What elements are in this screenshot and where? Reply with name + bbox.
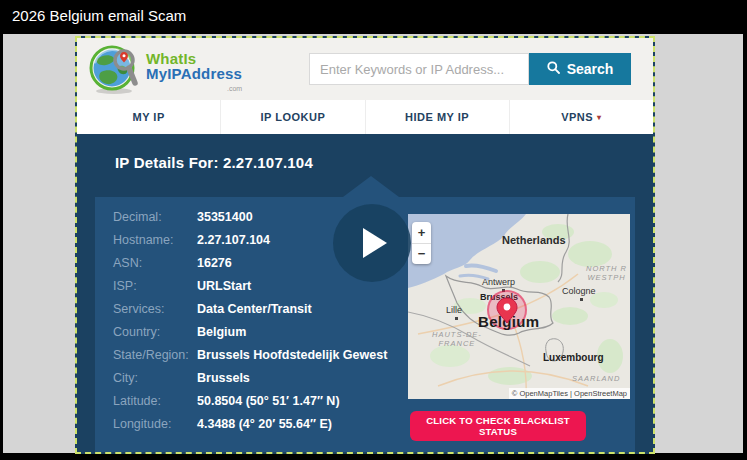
detail-label: Longitude: [113,417,197,432]
detail-value: URLStart [197,279,251,293]
window-title: 2026 Belgium email Scam [12,7,186,24]
search-button-label: Search [567,61,614,77]
search-input[interactable] [309,53,529,85]
editor-canvas: WhatIs MyIPAddress .com Search MY IP [3,34,743,453]
detail-row-country: Country:Belgium [113,325,405,340]
detail-row-latitude: Latitude:50.8504 (50° 51′ 1.47″ N) [113,394,405,409]
ip-details-heading: IP Details For: 2.27.107.104 [115,154,313,171]
check-blacklist-button[interactable]: CLICK TO CHECK BLACKLIST STATUS [410,411,586,441]
detail-value: Brussels Hoofdstedelijk Gewest [197,348,387,362]
nav-item-vpns[interactable]: VPNS ▾ [510,100,653,134]
play-icon [363,228,387,258]
map-zoom-control: + − [412,222,431,264]
detail-row-state-region: State/Region:Brussels Hoofdstedelijk Gew… [113,348,405,363]
detail-value: 16276 [197,256,232,270]
site-logo-text: WhatIs MyIPAddress .com [146,42,242,96]
cologne-dot [580,298,583,301]
zoom-in-button[interactable]: + [412,222,431,244]
detail-label: ASN: [113,256,197,271]
site-nav: MY IP IP LOOKUP HIDE MY IP VPNS ▾ [77,100,653,134]
search-button[interactable]: Search [529,53,631,85]
detail-label: Country: [113,325,197,340]
detail-label: State/Region: [113,348,197,363]
nav-item-hide-my-ip[interactable]: HIDE MY IP [366,100,510,134]
detail-label: Latitude: [113,394,197,409]
map-label-lille: Lille [446,305,462,315]
map-label-antwerp: Antwerp [482,277,515,287]
map-label-saarland: SAARLAND [572,374,620,383]
detail-value: 4.3488 (4° 20′ 55.64″ E) [197,417,332,431]
detail-label: ISP: [113,279,197,294]
detail-row-services: Services:Data Center/Transit [113,302,405,317]
chevron-down-icon: ▾ [597,113,602,122]
panel-notch [343,176,399,197]
detail-value: 35351400 [197,210,253,224]
map-attribution[interactable]: © OpenMapTiles | OpenStreetMap [509,388,630,399]
globe-magnifier-logo-icon [87,42,141,100]
detail-label: Hostname: [113,233,197,248]
nav-label: VPNS [561,111,593,123]
window-title-bar: 2026 Belgium email Scam [0,0,747,34]
detail-label: Services: [113,302,197,317]
site-logo[interactable]: WhatIs MyIPAddress .com [87,42,242,100]
detail-row-longitude: Longitude:4.3488 (4° 20′ 55.64″ E) [113,417,405,432]
map-label-luxembourg: Luxembourg [543,352,604,363]
nav-item-ip-lookup[interactable]: IP LOOKUP [221,100,365,134]
map-label-north-rhine: NORTH R WESTPH [586,264,627,282]
map-label-cologne: Cologne [562,286,596,296]
map-label-line: HAUTS-DE- [432,330,482,339]
detail-value: Data Center/Transit [197,302,312,316]
nav-label: IP LOOKUP [260,111,325,123]
play-button[interactable] [333,204,411,282]
map-label-line: WESTPH [587,273,625,282]
detail-value: Belgium [197,325,246,339]
detail-label: Decimal: [113,210,197,225]
nav-label: HIDE MY IP [405,111,469,123]
map-label-line: FRANCE [439,339,476,348]
logo-tld: .com [146,81,242,96]
detail-label: City: [113,371,197,386]
video-thumbnail[interactable]: WhatIs MyIPAddress .com Search MY IP [75,36,655,454]
detail-row-isp: ISP:URLStart [113,279,405,294]
nav-label: MY IP [132,111,164,123]
site-header: WhatIs MyIPAddress .com Search [77,38,653,100]
zoom-out-button[interactable]: − [412,244,431,265]
location-pin-icon [495,296,519,328]
lille-dot [455,317,458,320]
detail-value: Brussels [197,371,250,385]
map-label-line: NORTH R [586,264,627,273]
search-icon [547,61,560,77]
detail-row-city: City:Brussels [113,371,405,386]
map-label-netherlands: Netherlands [502,234,566,246]
logo-line2: MyIPAddress [146,65,242,82]
nav-item-my-ip[interactable]: MY IP [77,100,221,134]
location-map[interactable]: Netherlands NORTH R WESTPH Antwerp Bruss… [408,214,630,399]
detail-value: 2.27.107.104 [197,233,270,247]
ip-details-section: IP Details For: 2.27.107.104 Decimal:353… [77,134,653,454]
map-label-hauts-de-france: HAUTS-DE- FRANCE [432,330,482,348]
detail-value: 50.8504 (50° 51′ 1.47″ N) [197,394,340,408]
